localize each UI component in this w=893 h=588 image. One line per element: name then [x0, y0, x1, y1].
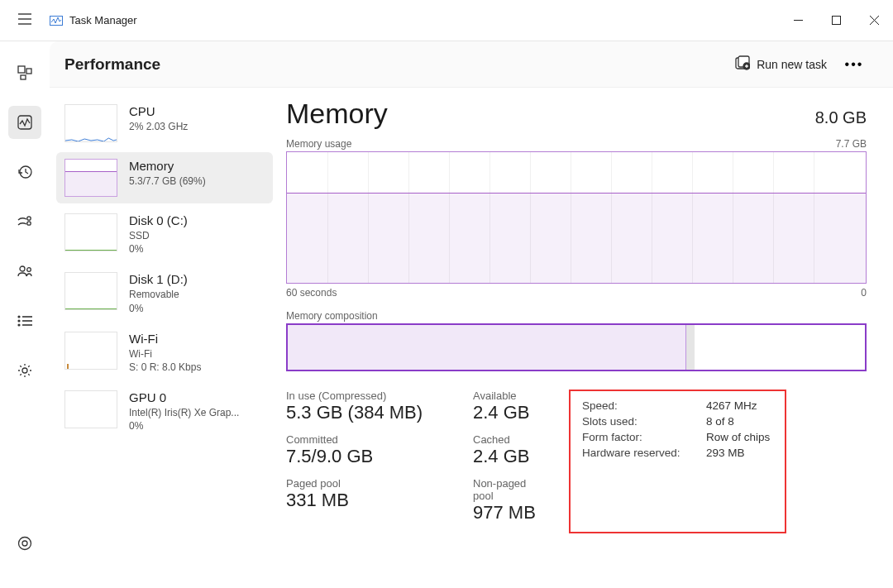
sidebar-item-memory[interactable]: Memory 5.3/7.7 GB (69%) — [56, 152, 273, 203]
memory-composition-chart — [286, 323, 867, 371]
performance-sidebar: CPU 2% 2.03 GHz Memory 5.3/7.7 GB (69%) … — [50, 98, 273, 588]
slots-value: 8 of 8 — [706, 414, 770, 429]
composition-label: Memory composition — [286, 310, 867, 322]
sidebar-item-disk1[interactable]: Disk 1 (D:) Removable 0% — [56, 265, 273, 321]
svg-rect-9 — [26, 69, 31, 74]
nav-app-history[interactable] — [8, 155, 41, 189]
form-label: Form factor: — [582, 429, 706, 445]
page-header: Performance Run new task ••• — [50, 41, 893, 88]
maximize-button[interactable] — [817, 0, 855, 41]
more-button[interactable]: ••• — [835, 48, 873, 81]
gpu-mini-chart — [64, 390, 117, 428]
usage-chart-label: Memory usage — [286, 138, 351, 150]
disk0-mini-chart — [64, 213, 117, 251]
page-title: Performance — [64, 55, 160, 74]
in-use-value: 5.3 GB (384 MB) — [286, 402, 451, 423]
wifi-sub2: S: 0 R: 8.0 Kbps — [129, 361, 201, 374]
wifi-label: Wi-Fi — [129, 332, 201, 346]
memory-sub: 5.3/7.7 GB (69%) — [129, 174, 206, 188]
disk1-mini-chart — [64, 272, 117, 310]
run-new-task-label: Run new task — [757, 58, 827, 71]
svg-rect-8 — [18, 66, 25, 73]
nav-details[interactable] — [8, 304, 41, 337]
nav-performance[interactable] — [8, 106, 41, 139]
disk0-sub1: SSD — [129, 229, 188, 242]
cpu-label: CPU — [129, 104, 188, 118]
svg-point-13 — [27, 217, 31, 220]
memory-label: Memory — [129, 159, 206, 173]
reserved-value: 293 MB — [706, 445, 770, 461]
nonpaged-value: 977 MB — [473, 502, 547, 523]
svg-point-21 — [18, 324, 20, 326]
slots-label: Slots used: — [582, 414, 706, 429]
titlebar: Task Manager — [0, 0, 893, 41]
disk1-label: Disk 1 (D:) — [129, 272, 188, 286]
svg-rect-10 — [21, 75, 26, 79]
app-icon — [50, 14, 63, 27]
app-title: Task Manager — [69, 14, 137, 26]
usage-chart-max: 7.7 GB — [836, 138, 867, 150]
disk1-sub1: Removable — [129, 288, 188, 301]
gpu-label: GPU 0 — [129, 390, 239, 404]
nav-settings[interactable] — [8, 527, 41, 560]
close-button[interactable] — [855, 0, 893, 41]
available-value: 2.4 GB — [473, 402, 547, 423]
svg-point-17 — [18, 316, 20, 318]
committed-label: Committed — [286, 433, 451, 446]
svg-point-24 — [22, 541, 27, 546]
svg-point-15 — [20, 266, 25, 271]
available-label: Available — [473, 390, 547, 402]
in-use-label: In use (Compressed) — [286, 390, 451, 402]
speed-label: Speed: — [582, 398, 706, 414]
svg-rect-5 — [832, 17, 840, 25]
nav-services[interactable] — [8, 354, 41, 387]
memory-capacity: 8.0 GB — [815, 108, 867, 127]
cached-label: Cached — [473, 433, 547, 446]
minimize-button[interactable] — [779, 0, 817, 41]
svg-point-23 — [22, 368, 27, 373]
svg-point-16 — [27, 268, 31, 272]
svg-point-25 — [19, 538, 31, 550]
svg-point-19 — [18, 320, 20, 322]
x-axis-left: 60 seconds — [286, 287, 337, 299]
gpu-sub2: 0% — [129, 419, 239, 433]
speed-value: 4267 MHz — [706, 398, 770, 414]
reserved-label: Hardware reserved: — [582, 445, 706, 461]
disk0-sub2: 0% — [129, 242, 188, 256]
paged-value: 331 MB — [286, 490, 451, 511]
sidebar-item-disk0[interactable]: Disk 0 (C:) SSD 0% — [56, 207, 273, 262]
cached-value: 2.4 GB — [473, 446, 547, 467]
form-value: Row of chips — [706, 429, 770, 445]
sidebar-item-cpu[interactable]: CPU 2% 2.03 GHz — [56, 98, 273, 149]
wifi-mini-chart — [64, 332, 117, 370]
cpu-sub: 2% 2.03 GHz — [129, 120, 188, 133]
gpu-sub1: Intel(R) Iris(R) Xe Grap... — [129, 406, 239, 419]
nav-rail — [0, 41, 50, 588]
cpu-mini-chart — [64, 104, 117, 142]
sidebar-item-wifi[interactable]: Wi-Fi Wi-Fi S: 0 R: 8.0 Kbps — [56, 325, 273, 380]
svg-point-14 — [27, 222, 31, 225]
memory-heading: Memory — [286, 98, 388, 130]
run-new-task-button[interactable]: Run new task — [727, 50, 835, 78]
committed-value: 7.5/9.0 GB — [286, 446, 451, 467]
disk0-label: Disk 0 (C:) — [129, 213, 188, 227]
memory-mini-chart — [64, 159, 117, 197]
nav-processes[interactable] — [8, 56, 41, 89]
wifi-sub1: Wi-Fi — [129, 347, 201, 361]
paged-label: Paged pool — [286, 477, 451, 490]
nav-startup[interactable] — [8, 205, 41, 238]
x-axis-right: 0 — [861, 287, 867, 299]
nonpaged-label: Non-paged pool — [473, 477, 547, 502]
disk1-sub2: 0% — [129, 302, 188, 315]
nav-users[interactable] — [8, 255, 41, 288]
sidebar-item-gpu[interactable]: GPU 0 Intel(R) Iris(R) Xe Grap... 0% — [56, 384, 273, 439]
hardware-info-box: Speed:4267 MHz Slots used:8 of 8 Form fa… — [569, 390, 786, 533]
performance-main: Memory 8.0 GB Memory usage 7.7 GB 60 sec — [273, 98, 893, 588]
run-task-icon — [735, 55, 750, 73]
hamburger-menu-icon[interactable] — [0, 12, 50, 29]
memory-usage-chart — [286, 151, 867, 284]
